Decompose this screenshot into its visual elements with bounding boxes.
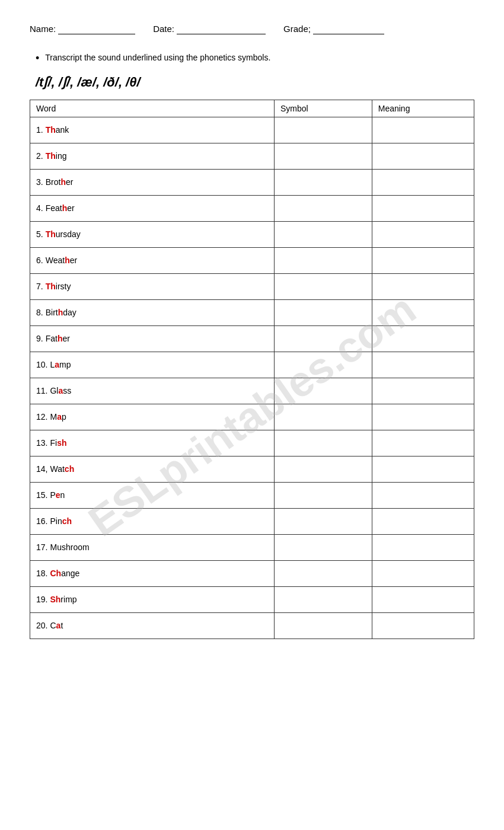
grade-field: Grade; [283,24,384,34]
word-cell: 4.Feather [30,195,275,221]
word-part: Fi [50,438,57,448]
symbol-cell[interactable] [274,508,372,534]
word-part: ank [56,125,69,135]
word-cell: 17. Mushroom [30,534,275,560]
word-number: 12. [36,412,47,422]
table-row: 17. Mushroom [30,534,474,560]
meaning-cell[interactable] [372,273,474,299]
name-label: Name: [30,24,56,34]
symbol-cell[interactable] [274,586,372,612]
word-cell: 6.Weather [30,247,275,273]
table-row: 7.Thirsty [30,273,474,299]
word-cell: 10.Lamp [30,352,275,378]
word-part: h [62,203,68,213]
word-part: ing [56,151,67,161]
word-number: 20. [36,621,47,630]
meaning-cell[interactable] [372,247,474,273]
word-part: day [63,308,76,317]
word-cell: 14,Watch [30,456,275,482]
word-part: room [71,542,90,552]
word-part: Wat [50,464,64,474]
grade-label: Grade; [283,24,311,34]
meaning-cell[interactable] [372,169,474,195]
word-part: h [65,256,70,265]
word-part: rimp [60,595,76,604]
word-part: ange [61,569,79,578]
word-number: 8. [36,308,43,317]
meaning-cell[interactable] [372,612,474,639]
word-part: er [67,203,74,213]
symbol-cell[interactable] [274,169,372,195]
word-number: 19. [36,595,47,604]
word-number: 16. [36,516,47,526]
symbol-cell[interactable] [274,325,372,352]
symbol-cell[interactable] [274,404,372,430]
meaning-cell[interactable] [372,430,474,456]
word-part: ursday [56,229,81,239]
symbol-cell[interactable] [274,534,372,560]
meaning-cell[interactable] [372,508,474,534]
symbol-cell[interactable] [274,352,372,378]
word-cell: 16.Pinch [30,508,275,534]
bullet-icon: • [36,52,39,65]
meaning-cell[interactable] [372,534,474,560]
word-part: er [66,177,73,187]
word-part: er [62,334,69,343]
symbol-cell[interactable] [274,221,372,247]
grade-input[interactable] [313,24,384,34]
table-row: 6.Weather [30,247,474,273]
symbol-cell[interactable] [274,378,372,404]
symbol-cell[interactable] [274,117,372,143]
word-part: er [70,256,77,265]
word-part: h [60,177,66,187]
word-part: Gl [50,386,58,395]
word-part: Ch [50,569,61,578]
meaning-cell[interactable] [372,482,474,508]
symbol-cell[interactable] [274,143,372,169]
word-cell: 13.Fish [30,430,275,456]
word-part: ch [65,464,74,474]
symbol-cell[interactable] [274,273,372,299]
word-cell: 5.Thursday [30,221,275,247]
date-input[interactable] [177,24,266,34]
meaning-cell[interactable] [372,378,474,404]
symbol-cell[interactable] [274,430,372,456]
meaning-cell[interactable] [372,456,474,482]
meaning-cell[interactable] [372,195,474,221]
word-part: Brot [46,177,61,187]
symbol-cell[interactable] [274,482,372,508]
word-cell: 7.Thirsty [30,273,275,299]
word-part: Th [46,229,56,239]
meaning-cell[interactable] [372,325,474,352]
word-part: Pin [50,516,62,526]
symbol-cell[interactable] [274,299,372,325]
meaning-cell[interactable] [372,352,474,378]
symbol-cell[interactable] [274,612,372,639]
meaning-cell[interactable] [372,221,474,247]
table-row: 1.Thank [30,117,474,143]
table-row: 9.Father [30,325,474,352]
word-cell: 1.Thank [30,117,275,143]
symbol-cell[interactable] [274,195,372,221]
word-part: a [56,621,61,630]
word-number: 6. [36,256,43,265]
instruction-text: Transcript the sound underlined using th… [45,52,270,64]
table-row: 14,Watch [30,456,474,482]
word-number: 10. [36,360,47,369]
word-part: a [58,386,63,395]
meaning-cell[interactable] [372,404,474,430]
symbol-cell[interactable] [274,560,372,586]
word-number: 5. [36,229,43,239]
date-label: Date: [153,24,174,34]
meaning-cell[interactable] [372,299,474,325]
header-word: Word [30,100,275,117]
meaning-cell[interactable] [372,560,474,586]
meaning-cell[interactable] [372,117,474,143]
symbol-cell[interactable] [274,456,372,482]
meaning-cell[interactable] [372,143,474,169]
symbol-cell[interactable] [274,247,372,273]
word-number: 17. [36,542,47,552]
name-input[interactable] [58,24,135,34]
table-row: 11.Glass [30,378,474,404]
meaning-cell[interactable] [372,586,474,612]
